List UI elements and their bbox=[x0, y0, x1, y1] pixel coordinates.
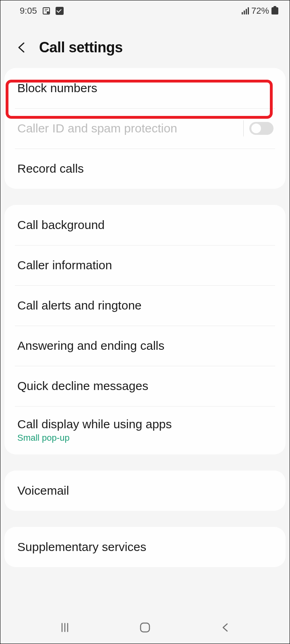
item-label: Answering and ending calls bbox=[17, 339, 164, 353]
toggle-switch[interactable] bbox=[249, 122, 273, 135]
battery-icon bbox=[271, 7, 278, 14]
item-label: Block numbers bbox=[17, 81, 97, 95]
item-label: Caller ID and spam protection bbox=[17, 122, 177, 135]
svg-rect-5 bbox=[141, 623, 149, 632]
item-call-display-apps[interactable]: Call display while using apps Small pop-… bbox=[4, 406, 286, 454]
item-label: Supplementary services bbox=[17, 540, 146, 554]
item-label: Call background bbox=[17, 218, 105, 232]
item-label: Call alerts and ringtone bbox=[17, 299, 142, 312]
settings-section-1: Block numbers Caller ID and spam protect… bbox=[4, 68, 286, 189]
chevron-left-icon bbox=[16, 41, 28, 54]
header: Call settings bbox=[0, 20, 290, 68]
item-quick-decline-messages[interactable]: Quick decline messages bbox=[4, 366, 286, 406]
item-label: Quick decline messages bbox=[17, 379, 148, 393]
battery-percentage: 72% bbox=[251, 6, 269, 16]
page-title: Call settings bbox=[39, 39, 123, 56]
recents-button[interactable] bbox=[49, 617, 81, 638]
back-nav-button[interactable] bbox=[209, 617, 241, 638]
settings-section-4: Supplementary services bbox=[4, 527, 286, 567]
item-supplementary-services[interactable]: Supplementary services bbox=[4, 527, 286, 567]
item-label: Record calls bbox=[17, 162, 84, 175]
item-call-alerts-ringtone[interactable]: Call alerts and ringtone bbox=[4, 285, 286, 326]
item-content: Call display while using apps Small pop-… bbox=[17, 417, 172, 443]
status-bar: 9:05 72% bbox=[0, 0, 290, 20]
home-icon bbox=[139, 621, 151, 634]
toggle-container bbox=[243, 120, 273, 136]
item-answering-ending-calls[interactable]: Answering and ending calls bbox=[4, 326, 286, 366]
item-caller-id-spam[interactable]: Caller ID and spam protection bbox=[4, 108, 286, 149]
item-label: Caller information bbox=[17, 258, 112, 272]
item-sublabel: Small pop-up bbox=[17, 433, 172, 443]
signal-icon bbox=[242, 7, 249, 14]
svg-point-1 bbox=[47, 11, 49, 14]
item-caller-information[interactable]: Caller information bbox=[4, 245, 286, 285]
item-call-background[interactable]: Call background bbox=[4, 205, 286, 245]
home-button[interactable] bbox=[129, 617, 161, 638]
recents-icon bbox=[59, 622, 70, 633]
item-label: Voicemail bbox=[17, 484, 69, 497]
notification-icon bbox=[42, 6, 51, 15]
settings-section-3: Voicemail bbox=[4, 471, 286, 511]
toggle-divider bbox=[243, 120, 244, 136]
status-time: 9:05 bbox=[20, 6, 37, 16]
status-left: 9:05 bbox=[20, 6, 64, 16]
item-label: Call display while using apps bbox=[17, 417, 172, 431]
chevron-left-icon bbox=[220, 622, 231, 633]
checkbox-notification-icon bbox=[56, 7, 64, 15]
item-voicemail[interactable]: Voicemail bbox=[4, 471, 286, 511]
status-right: 72% bbox=[242, 6, 278, 16]
item-block-numbers[interactable]: Block numbers bbox=[4, 68, 286, 108]
item-record-calls[interactable]: Record calls bbox=[4, 149, 286, 189]
navigation-bar bbox=[0, 611, 290, 644]
back-button[interactable] bbox=[16, 41, 28, 54]
settings-section-2: Call background Caller information Call … bbox=[4, 205, 286, 454]
